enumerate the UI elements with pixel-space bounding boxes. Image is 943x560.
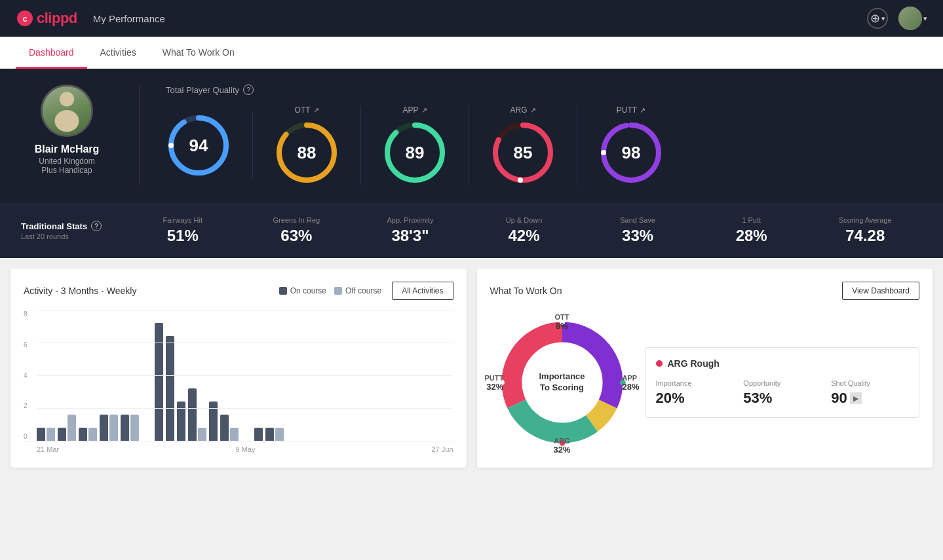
bar-dark xyxy=(37,428,45,441)
svg-point-2 xyxy=(60,92,74,106)
player-avatar xyxy=(41,84,93,137)
stat-label: 1 Putt xyxy=(695,216,809,224)
avatar xyxy=(898,7,922,30)
stat-label: Greens In Reg xyxy=(240,216,354,224)
gauge-total: 94 xyxy=(166,113,253,178)
stat-label: Up & Down xyxy=(467,216,581,224)
trad-help-icon[interactable]: ? xyxy=(91,221,102,231)
legend-off-course: Off course xyxy=(334,286,381,295)
info-stat-shot-quality: Shot Quality 90 ▶ xyxy=(831,379,908,407)
svg-point-6 xyxy=(168,143,174,148)
bottom-section: Activity - 3 Months - Weekly On course O… xyxy=(0,258,943,478)
stat-label: Sand Save xyxy=(581,216,695,224)
tab-dashboard[interactable]: Dashboard xyxy=(16,37,87,69)
stat-value: 33% xyxy=(581,227,695,245)
player-handicap: Plus Handicap xyxy=(41,166,92,175)
stat-value: 74.28 xyxy=(808,227,922,245)
arrow-icon: ↗ xyxy=(313,106,319,115)
plus-icon: ⊕ xyxy=(870,11,880,26)
workon-card: What To Work On View Dashboard xyxy=(477,269,933,468)
stat-label: App. Proximity xyxy=(353,216,467,224)
info-stats: Importance 20% Opportunity 53% Shot Qual… xyxy=(656,379,909,407)
gauge-ott: OTT ↗ 88 xyxy=(253,105,361,185)
donut-center-text: ImportanceTo Scoring xyxy=(539,371,585,394)
legend-dot-on-course xyxy=(279,287,287,295)
gauge-arg: ARG ↗ 85 xyxy=(469,105,577,185)
stat-scoring-avg: Scoring Average 74.28 xyxy=(808,216,922,245)
donut-chart: ImportanceTo Scoring OTT 8% APP 28% ARG … xyxy=(490,310,634,455)
player-info: Blair McHarg United Kingdom Plus Handica… xyxy=(21,84,113,175)
stat-value: 51% xyxy=(126,227,240,245)
x-label-may: 9 May xyxy=(235,445,255,453)
bar-light xyxy=(47,428,55,441)
tab-activities[interactable]: Activities xyxy=(87,37,149,69)
stat-value: 63% xyxy=(240,227,354,245)
info-stat-value: 53% xyxy=(743,390,820,407)
bar-dark xyxy=(188,388,197,441)
bar-group-12 xyxy=(254,428,263,441)
trad-stats-subtitle: Last 20 rounds xyxy=(21,233,126,240)
donut-label-app: APP 28% xyxy=(622,374,639,392)
bar-light xyxy=(67,415,76,441)
info-stat-value: 20% xyxy=(656,390,733,407)
tab-what-to-work-on[interactable]: What To Work On xyxy=(149,37,248,69)
gauge-circle-arg: 85 xyxy=(490,120,556,185)
bar-group-4 xyxy=(100,415,118,441)
chart-legend: On course Off course xyxy=(279,286,382,295)
donut-center: ImportanceTo Scoring xyxy=(539,371,585,394)
stat-label: Scoring Average xyxy=(808,216,922,224)
activity-card-header: Activity - 3 Months - Weekly On course O… xyxy=(24,282,453,300)
info-stat-opportunity: Opportunity 53% xyxy=(743,379,820,407)
bar-group-5 xyxy=(121,415,139,441)
gauge-label-ott: OTT ↗ xyxy=(295,105,319,115)
info-stat-label: Importance xyxy=(656,379,733,387)
gauge-value-arg: 85 xyxy=(514,143,533,163)
bar-dark xyxy=(155,323,163,441)
bar-group-13 xyxy=(265,428,284,441)
avatar-image xyxy=(898,7,922,30)
bar-dark xyxy=(79,428,87,441)
gauge-circle-putt: 98 xyxy=(598,120,664,185)
bar-dark xyxy=(121,415,129,441)
avatar-chevron: ▾ xyxy=(923,14,927,23)
divider xyxy=(139,84,140,185)
nav-right: ⊕ ▾ ▾ xyxy=(867,7,927,30)
workon-title: What To Work On xyxy=(490,286,562,296)
bar-dark xyxy=(265,428,274,441)
gauge-circle-total: 94 xyxy=(166,113,231,178)
logo[interactable]: c clippd xyxy=(16,9,77,28)
y-label-6: 6 xyxy=(24,341,28,348)
bar-dark xyxy=(209,401,218,441)
svg-point-14 xyxy=(518,177,523,183)
gauge-value-ott: 88 xyxy=(298,143,317,163)
info-stat-value: 90 ▶ xyxy=(831,390,908,407)
user-menu[interactable]: ▾ xyxy=(898,7,927,30)
help-icon[interactable]: ? xyxy=(243,84,254,95)
bar-light xyxy=(275,428,284,441)
legend-on-course: On course xyxy=(279,286,326,295)
chart-bars: 0 2 4 6 8 xyxy=(24,310,453,441)
gauges: 94 OTT ↗ 88 xyxy=(166,105,922,185)
gauge-putt: PUTT ↗ 98 xyxy=(577,105,685,185)
add-button[interactable]: ⊕ ▾ xyxy=(867,8,888,29)
bar-light xyxy=(198,428,206,441)
y-label-2: 2 xyxy=(24,402,28,409)
bar-light xyxy=(230,428,239,441)
tabs-bar: Dashboard Activities What To Work On xyxy=(0,37,943,69)
workon-content: ImportanceTo Scoring OTT 8% APP 28% ARG … xyxy=(490,310,920,455)
stat-value: 28% xyxy=(695,227,809,245)
chevron-icon: ▾ xyxy=(881,14,885,23)
gauge-label-app: APP ↗ xyxy=(402,105,427,115)
x-label-jun: 27 Jun xyxy=(431,445,453,453)
nav-title: My Performance xyxy=(93,13,165,24)
bar-group-9 xyxy=(188,388,206,441)
all-activities-button[interactable]: All Activities xyxy=(392,282,453,300)
stat-value: 38'3" xyxy=(353,227,467,245)
view-dashboard-button[interactable]: View Dashboard xyxy=(842,282,919,300)
quality-section: Total Player Quality ? 94 xyxy=(166,84,922,185)
y-label-0: 0 xyxy=(24,433,28,440)
quality-label: Total Player Quality ? xyxy=(166,84,922,95)
bar-dark xyxy=(254,428,263,441)
bar-light xyxy=(109,415,118,441)
bar-dark xyxy=(220,415,229,441)
